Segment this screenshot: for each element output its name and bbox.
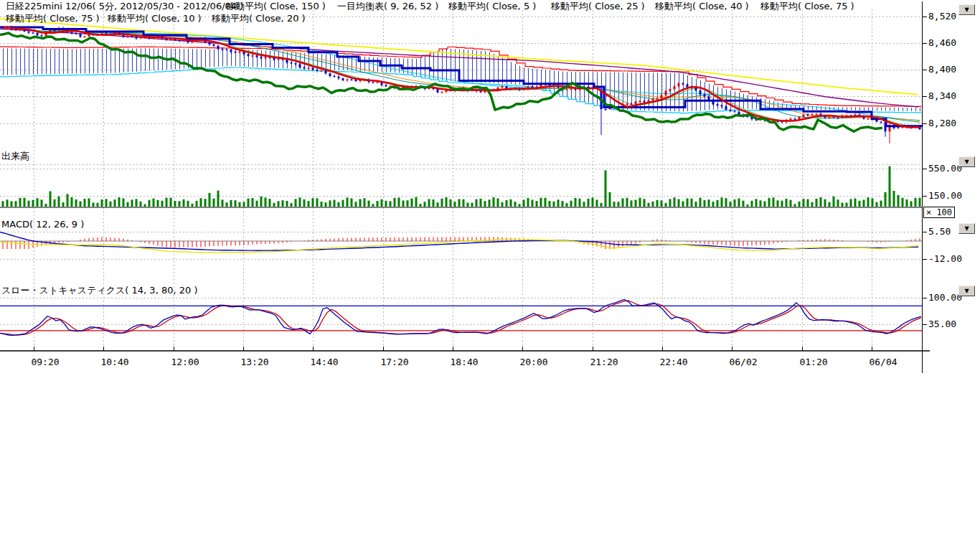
x-axis-label: 17:20 bbox=[380, 357, 409, 367]
x-axis-label: 21:20 bbox=[590, 357, 618, 367]
x-axis-label: 10:40 bbox=[100, 357, 129, 367]
legend-ma20: 移動平均( Close, 20 ) bbox=[212, 14, 306, 24]
chart-title: 日経225mini 12/06( 5分, 2012/05/30 - 2012/0… bbox=[6, 1, 243, 11]
price-axis-label: 8,280 bbox=[928, 118, 956, 128]
x-axis-label: 13:20 bbox=[240, 357, 269, 367]
macd-axis-label: 5.50 bbox=[928, 227, 951, 237]
stoch-scale-dropdown-button[interactable]: ▼ bbox=[958, 286, 975, 296]
stoch-axis-label: 35.00 bbox=[928, 319, 956, 329]
x-axis-label: 06/04 bbox=[869, 357, 897, 367]
legend-ma75: 移動平均( Close, 75 ) bbox=[760, 1, 854, 11]
volume-multiplier-badge: × 100 bbox=[923, 207, 955, 218]
chevron-down-icon: ▼ bbox=[964, 159, 969, 165]
legend-ma150: 移動平均( Close, 150 ) bbox=[226, 1, 326, 11]
ichimoku-kijun-line bbox=[0, 27, 922, 126]
volume-scale-dropdown-button[interactable]: ▼ bbox=[958, 156, 975, 167]
x-axis-label: 18:40 bbox=[450, 357, 479, 367]
legend-ma75-2: 移動平均( Close, 75 ) bbox=[6, 14, 100, 24]
volume-axis-label: 150.00 bbox=[928, 191, 962, 201]
chart-application-window: 日経225mini 12/06( 5分, 2012/05/30 - 2012/0… bbox=[0, 0, 980, 551]
legend-ma40: 移動平均( Close, 40 ) bbox=[655, 1, 749, 11]
macd-axis-label: -12.00 bbox=[928, 254, 962, 264]
price-axis-label: 8,460 bbox=[928, 38, 956, 48]
price-axis-label: 8,400 bbox=[928, 65, 956, 75]
macd-pane-title: MACD( 12, 26, 9 ) bbox=[1, 220, 84, 230]
volume-pane-title: 出来高 bbox=[1, 151, 29, 161]
price-axis-label: 8,520 bbox=[928, 11, 956, 22]
ichimoku-chikou-line bbox=[0, 33, 882, 131]
legend-ma25: 移動平均( Close, 25 ) bbox=[551, 1, 645, 11]
x-axis-label: 06/02 bbox=[729, 357, 758, 367]
x-axis-label: 22:40 bbox=[659, 357, 688, 367]
macd-scale-dropdown-button[interactable]: ▼ bbox=[958, 223, 975, 234]
x-axis-label: 20:00 bbox=[519, 357, 548, 367]
stoch-k-line bbox=[0, 300, 921, 336]
chevron-down-icon: ▼ bbox=[964, 226, 969, 232]
stoch-axis-label: 100.00 bbox=[928, 293, 962, 303]
volume-axis-label: 550.00 bbox=[928, 164, 962, 174]
x-axis-label: 01:20 bbox=[799, 357, 828, 367]
price-scale-dropdown-button[interactable]: ▼ bbox=[958, 4, 975, 15]
x-axis-label: 14:40 bbox=[310, 357, 339, 367]
chevron-down-icon: ▼ bbox=[964, 288, 969, 294]
chevron-down-icon: ▼ bbox=[964, 7, 969, 13]
x-axis-label: 12:00 bbox=[171, 357, 199, 367]
legend-ma10: 移動平均( Close, 10 ) bbox=[108, 14, 202, 24]
stoch-pane-title: スロー・ストキャスティクス( 14, 3, 80, 20 ) bbox=[1, 286, 197, 296]
chart-canvas[interactable] bbox=[0, 0, 980, 551]
price-axis-label: 8,340 bbox=[928, 91, 956, 101]
legend-ma5: 移動平均( Close, 5 ) bbox=[448, 1, 536, 11]
x-axis-label: 09:20 bbox=[31, 357, 60, 367]
legend-ichimoku: 一目均衡表( 9, 26, 52 ) bbox=[337, 1, 438, 11]
volume-bars bbox=[2, 166, 921, 207]
